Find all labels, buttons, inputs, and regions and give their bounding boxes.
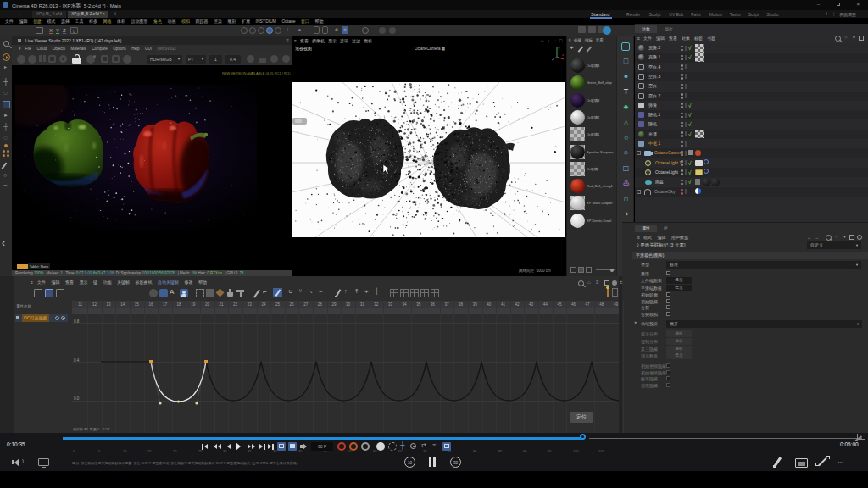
svg-text:x: x (562, 53, 564, 57)
svg-text:y: y (559, 46, 560, 50)
